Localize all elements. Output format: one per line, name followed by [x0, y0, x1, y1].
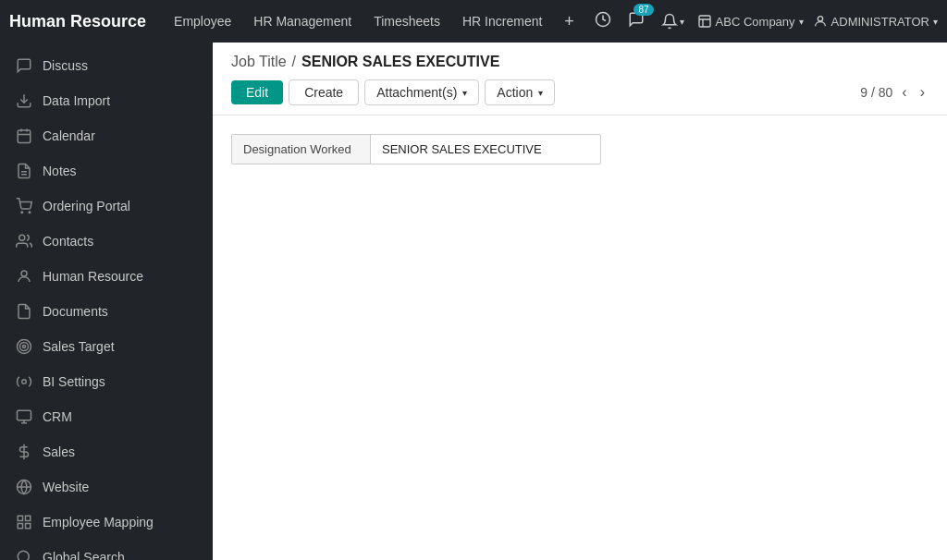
pagination-sep: / — [871, 85, 879, 100]
action-button[interactable]: Action ▾ — [485, 79, 555, 105]
top-nav: Human Resource Employee HR Management Ti… — [0, 0, 947, 43]
svg-point-28 — [18, 551, 29, 560]
sidebar-item-contacts[interactable]: Contacts — [0, 224, 213, 259]
crm-icon — [15, 408, 33, 426]
svg-rect-24 — [18, 516, 22, 520]
pagination-prev[interactable]: ‹ — [898, 82, 910, 103]
sidebar-label-documents: Documents — [43, 304, 108, 319]
svg-point-17 — [22, 380, 27, 384]
website-icon — [15, 478, 33, 496]
sidebar-label-website: Website — [43, 480, 89, 494]
sidebar-item-employee-mapping[interactable]: Employee Mapping — [0, 505, 213, 540]
contacts-icon — [15, 232, 33, 250]
pagination-text: 9 / 80 — [860, 85, 892, 100]
company-name: ABC Company — [716, 15, 795, 29]
sidebar-label-sales-target: Sales Target — [43, 339, 115, 354]
human-resource-icon — [15, 267, 33, 286]
svg-point-10 — [21, 212, 23, 213]
nav-right: 87 ▾ ABC Company ▾ ADMINISTRATOR ▾ — [591, 7, 938, 35]
nav-hr-increment[interactable]: HR Increment — [453, 10, 551, 32]
clock-icon[interactable] — [591, 7, 615, 35]
breadcrumb-separator: / — [292, 54, 296, 70]
form-area: Designation Worked SENIOR SALES EXECUTIV… — [213, 116, 947, 560]
content-header: Job Title / SENIOR SALES EXECUTIVE Edit … — [213, 43, 947, 116]
sales-target-icon — [15, 337, 33, 356]
svg-rect-4 — [18, 130, 31, 143]
field-label: Designation Worked — [232, 135, 371, 164]
pagination-total: 80 — [879, 85, 893, 100]
breadcrumb-parent[interactable]: Job Title — [231, 54, 287, 70]
svg-rect-1 — [699, 16, 710, 27]
field-value[interactable]: SENIOR SALES EXECUTIVE — [371, 135, 553, 164]
data-import-icon — [15, 91, 33, 110]
edit-button[interactable]: Edit — [231, 80, 283, 104]
pagination-current: 9 — [860, 85, 867, 100]
toolbar: Edit Create Attachment(s) ▾ Action ▾ 9 /… — [231, 79, 929, 115]
pagination: 9 / 80 ‹ › — [860, 82, 929, 103]
sidebar-item-bi-settings[interactable]: BI Settings — [0, 364, 213, 399]
sidebar-label-employee-mapping: Employee Mapping — [43, 515, 154, 530]
nav-employee[interactable]: Employee — [165, 10, 240, 32]
sales-icon — [15, 443, 33, 461]
svg-point-12 — [19, 235, 25, 240]
sidebar-item-sales-target[interactable]: Sales Target — [0, 329, 213, 364]
ordering-portal-icon — [15, 197, 33, 215]
content-area: Job Title / SENIOR SALES EXECUTIVE Edit … — [213, 43, 947, 560]
nav-timesheets[interactable]: Timesheets — [364, 10, 449, 32]
sidebar-label-bi-settings: BI Settings — [43, 374, 105, 389]
svg-point-13 — [21, 271, 27, 276]
sidebar-item-website[interactable]: Website — [0, 469, 213, 505]
sidebar-label-calendar: Calendar — [43, 128, 95, 143]
attachments-label: Attachment(s) — [376, 85, 457, 100]
svg-point-2 — [818, 17, 822, 21]
bell-icon[interactable]: ▾ — [658, 9, 688, 33]
bi-settings-icon — [15, 372, 33, 391]
discuss-icon — [15, 56, 33, 75]
nav-hr-management[interactable]: HR Management — [244, 10, 361, 32]
pagination-next[interactable]: › — [916, 82, 929, 103]
sidebar-item-ordering-portal[interactable]: Ordering Portal — [0, 189, 213, 224]
sidebar-label-notes: Notes — [43, 164, 77, 178]
attachments-caret: ▾ — [462, 88, 467, 98]
svg-rect-25 — [26, 516, 31, 520]
sidebar-item-sales[interactable]: Sales — [0, 434, 213, 469]
attachments-button[interactable]: Attachment(s) ▾ — [364, 79, 479, 105]
breadcrumb: Job Title / SENIOR SALES EXECUTIVE — [231, 54, 929, 70]
create-button[interactable]: Create — [289, 79, 359, 105]
company-selector[interactable]: ABC Company ▾ — [697, 14, 804, 29]
sidebar-label-human-resource: Human Resource — [43, 269, 143, 284]
field-designation-worked: Designation Worked SENIOR SALES EXECUTIV… — [231, 134, 601, 164]
svg-rect-27 — [18, 524, 22, 529]
sidebar-item-calendar[interactable]: Calendar — [0, 118, 213, 153]
app-brand: Human Resource — [9, 12, 146, 31]
sidebar-item-human-resource[interactable]: Human Resource — [0, 259, 213, 294]
sidebar-label-sales: Sales — [43, 444, 75, 459]
sidebar-item-discuss[interactable]: Discuss — [0, 48, 213, 83]
svg-rect-18 — [18, 410, 31, 420]
sidebar: Discuss Data Import Calendar Notes — [0, 43, 213, 560]
chat-badge: 87 — [633, 4, 653, 16]
global-search-icon — [15, 548, 33, 560]
svg-point-16 — [23, 346, 26, 348]
user-name: ADMINISTRATOR — [831, 15, 929, 29]
sidebar-label-discuss: Discuss — [43, 58, 88, 73]
documents-icon — [15, 302, 33, 321]
chat-icon[interactable]: 87 — [624, 7, 648, 35]
svg-rect-26 — [26, 524, 31, 529]
notes-icon — [15, 162, 33, 180]
nav-links: Employee HR Management Timesheets HR Inc… — [165, 8, 591, 35]
svg-point-11 — [29, 212, 31, 213]
sidebar-item-crm[interactable]: CRM — [0, 399, 213, 434]
nav-add-button[interactable]: + — [555, 8, 584, 35]
user-menu[interactable]: ADMINISTRATOR ▾ — [813, 14, 938, 29]
sidebar-item-documents[interactable]: Documents — [0, 294, 213, 329]
svg-point-15 — [20, 343, 29, 351]
sidebar-item-data-import[interactable]: Data Import — [0, 83, 213, 118]
sidebar-label-crm: CRM — [43, 409, 72, 424]
main-layout: Discuss Data Import Calendar Notes — [0, 43, 947, 560]
breadcrumb-current: SENIOR SALES EXECUTIVE — [301, 54, 499, 70]
sidebar-item-global-search[interactable]: Global Search — [0, 540, 213, 560]
sidebar-item-notes[interactable]: Notes — [0, 153, 213, 189]
sidebar-label-global-search: Global Search — [43, 550, 125, 560]
sidebar-label-contacts: Contacts — [43, 234, 93, 249]
